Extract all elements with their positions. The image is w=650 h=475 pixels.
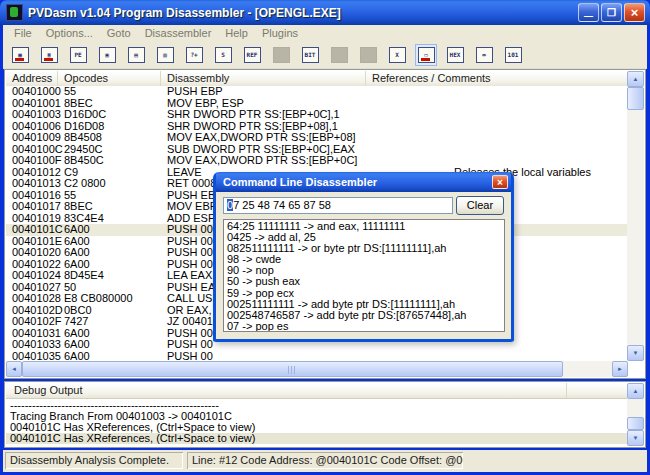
references-icon[interactable]: REF [241, 44, 263, 66]
system-info-icon[interactable]: ▣ [96, 44, 118, 66]
column-header-3[interactable]: References / Comments [366, 71, 627, 86]
search-icon-glyph: ∞ [476, 47, 493, 63]
menu-item-help[interactable]: Help [218, 27, 255, 39]
scroll-right-icon[interactable]: ► [612, 361, 628, 377]
command-line-disassembler-icon[interactable]: ▭ [415, 44, 437, 66]
window-border-left [0, 25, 3, 475]
app-window: PVDasm v1.04 Program Disassembler - [OPE… [0, 0, 650, 475]
maximize-icon: ❐ [607, 8, 616, 18]
minimize-icon: — [584, 14, 593, 21]
disabled-tool-icon-2-glyph [331, 47, 348, 63]
scroll-left-icon[interactable]: ◄ [6, 361, 22, 377]
menu-item-goto[interactable]: Goto [100, 27, 138, 39]
asm-opcodes: 7427 [64, 316, 167, 328]
references-icon-glyph: REF [244, 47, 261, 63]
status-line-info: Line: #12 Code Address: @0040101C Code O… [187, 452, 463, 469]
hscrollbar-track [563, 361, 612, 377]
scrollbar-thumb[interactable] [627, 87, 644, 110]
asm-address: 00401009 [12, 132, 64, 144]
hex-editor-icon[interactable]: ≣ [38, 44, 60, 66]
calculator-icon[interactable]: 101 [502, 44, 524, 66]
asm-opcodes: D16D0C [64, 109, 167, 121]
title-bar[interactable]: PVDasm v1.04 Program Disassembler - [OPE… [0, 0, 650, 25]
calls-table-icon[interactable]: ▥ [154, 44, 176, 66]
asm-address: 0040100F [12, 155, 64, 167]
debug-line[interactable]: 0040101C Has XReferences, (Ctrl+Space to… [6, 433, 627, 444]
scan-code-icon[interactable]: ?+ [183, 44, 205, 66]
calls-table-icon-glyph: ▥ [157, 47, 174, 63]
cmd-output-line[interactable]: 07 -> pop es [224, 321, 504, 332]
dialog-title-bar[interactable]: Command Line Disassembler × [216, 172, 511, 192]
dialog-title: Command Line Disassembler [223, 176, 492, 188]
jumps-table-icon[interactable]: ▤ [125, 44, 147, 66]
input-selection: 0 [227, 199, 233, 211]
asm-row[interactable]: 0040100055PUSH EBP [6, 86, 627, 98]
menu-item-options[interactable]: Options... [39, 27, 100, 39]
menu-item-file[interactable]: File [7, 27, 39, 39]
asm-row[interactable]: 004010356A00PUSH 00 [6, 351, 627, 362]
disassembly-output-list[interactable]: 64:25 11111111 -> and eax, 111111110425 … [223, 219, 505, 332]
disassemble-icon[interactable]: ▦ [9, 44, 31, 66]
dialog-close-button[interactable]: × [492, 175, 508, 189]
listview-header: AddressOpcodesDisassemblyReferences / Co… [6, 71, 627, 87]
asm-row[interactable]: 0040100F8B450CMOV EAX,DWORD PTR SS:[EBP+… [6, 155, 627, 167]
toolbar: ▦≣PE▣▤▥?+SREFBITX▭HEX∞101 [3, 41, 647, 69]
pe-header-icon-glyph: PE [70, 47, 87, 63]
asm-address: 00401017 [12, 201, 64, 213]
app-icon [6, 4, 23, 21]
disassemble-icon-glyph: ▦ [12, 47, 29, 63]
asm-address: 00401035 [12, 351, 64, 362]
column-header-2[interactable]: Disassembly [161, 71, 366, 86]
cmd-output-line[interactable]: 50 -> push eax [224, 276, 504, 287]
debug-scroll-up-icon[interactable]: ▲ [627, 383, 644, 399]
hscrollbar-thumb[interactable] [22, 361, 563, 377]
thumb-grip [288, 366, 297, 374]
calculator-icon-glyph: 101 [505, 47, 522, 63]
asm-opcodes: C2 0800 [64, 178, 167, 190]
bit-viewer-icon[interactable]: BIT [299, 44, 321, 66]
asm-row[interactable]: 004010098B4508MOV EAX,DWORD PTR SS:[EBP+… [6, 132, 627, 144]
hex-converter-icon[interactable]: HEX [444, 44, 466, 66]
minimize-button[interactable]: — [578, 3, 599, 22]
debug-scrollbar-thumb[interactable] [627, 417, 644, 430]
debug-output-lines: ----------------------------------------… [6, 400, 627, 446]
debug-output-header: Debug Output [6, 383, 627, 399]
command-line-disassembler-icon-glyph: ▭ [418, 47, 435, 63]
asm-disassembly: SHR DWORD PTR SS:[EBP+0C],1 [167, 109, 340, 121]
status-bar: Disassembly Analysis Complete. Line: #12… [3, 450, 647, 472]
hex-converter-icon-glyph: HEX [447, 47, 464, 63]
cmd-output-line[interactable]: 59 -> pop ecx [224, 288, 504, 299]
search-icon[interactable]: ∞ [473, 44, 495, 66]
status-analysis: Disassembly Analysis Complete. [5, 452, 183, 469]
vertical-scrollbar[interactable]: ▲ ▼ [627, 71, 644, 361]
strings-window-icon-glyph: S [215, 47, 232, 63]
asm-opcodes: E8 CB080000 [64, 293, 167, 305]
xref-viewer-icon-glyph: X [389, 47, 406, 63]
dialog-close-icon: × [497, 177, 503, 188]
asm-disassembly: MOV EAX,DWORD PTR SS:[EBP+08] [167, 132, 356, 144]
debug-output-panel: Debug Output ---------------------------… [4, 381, 646, 448]
asm-row[interactable]: 00401003D16D0CSHR DWORD PTR SS:[EBP+0C],… [6, 109, 627, 121]
menu-item-disassembler[interactable]: Disassembler [138, 27, 219, 39]
scan-code-icon-glyph: ?+ [186, 47, 203, 63]
scroll-up-icon[interactable]: ▲ [627, 71, 644, 87]
xref-viewer-icon[interactable]: X [386, 44, 408, 66]
asm-address: 00401028 [12, 293, 64, 305]
debug-vertical-scrollbar[interactable]: ▲ ▼ [627, 383, 644, 446]
clear-button[interactable]: Clear [456, 196, 504, 215]
maximize-button[interactable]: ❐ [601, 3, 622, 22]
strings-window-icon[interactable]: S [212, 44, 234, 66]
close-button[interactable]: × [624, 3, 645, 22]
asm-opcodes: 6A00 [64, 351, 167, 362]
asm-disassembly: MOV EAX,DWORD PTR SS:[EBP+0C] [167, 155, 357, 167]
asm-opcodes: 8D45E4 [64, 270, 167, 282]
opcode-input[interactable]: 07 25 48 74 65 87 58 [223, 197, 453, 214]
menu-item-plugins[interactable]: Plugins [255, 27, 305, 39]
horizontal-scrollbar[interactable]: ◄ ► [6, 361, 628, 377]
pe-header-icon[interactable]: PE [67, 44, 89, 66]
column-header-1[interactable]: Opcodes [58, 71, 161, 86]
scroll-down-icon[interactable]: ▼ [627, 345, 644, 361]
debug-scroll-down-icon[interactable]: ▼ [627, 430, 644, 446]
column-header-0[interactable]: Address [6, 71, 58, 86]
asm-address: 0040101C [12, 224, 64, 236]
